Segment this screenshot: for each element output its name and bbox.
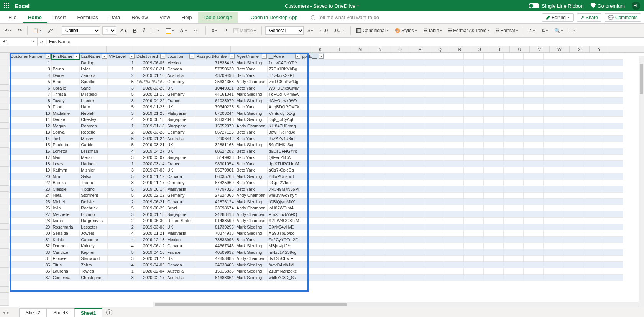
cell[interactable] xyxy=(504,243,524,249)
cell[interactable] xyxy=(583,98,603,104)
cell[interactable] xyxy=(384,60,404,66)
cell[interactable]: A_qBDQROXFk xyxy=(267,104,301,110)
cell[interactable] xyxy=(424,85,444,92)
cell[interactable]: Mark Siedling xyxy=(235,199,267,205)
cell[interactable] xyxy=(524,173,544,180)
col-header-F[interactable] xyxy=(163,46,192,52)
cell[interactable] xyxy=(444,110,464,117)
cell[interactable] xyxy=(424,129,444,136)
cell[interactable] xyxy=(384,275,404,281)
cell[interactable]: Canada xyxy=(166,262,195,268)
filter-icon[interactable] xyxy=(160,54,165,59)
cell[interactable] xyxy=(424,180,444,186)
col-header-N[interactable]: N xyxy=(370,46,390,52)
cell[interactable] xyxy=(564,154,583,161)
cell[interactable]: W3_UUtkaGMM xyxy=(267,85,301,92)
cell[interactable] xyxy=(524,123,544,129)
cell[interactable] xyxy=(524,211,544,218)
cell[interactable] xyxy=(464,91,484,98)
cell[interactable] xyxy=(344,255,364,262)
cell[interactable] xyxy=(301,186,324,193)
cell[interactable] xyxy=(583,53,603,60)
cell[interactable] xyxy=(564,60,583,66)
cell[interactable] xyxy=(484,205,504,211)
cell[interactable] xyxy=(364,98,384,104)
cell[interactable] xyxy=(583,66,603,72)
cell[interactable]: Lozano xyxy=(80,211,108,218)
cell[interactable] xyxy=(484,262,504,268)
cell[interactable] xyxy=(484,154,504,161)
cell[interactable]: Zahm xyxy=(80,262,108,268)
autosum-button[interactable]: Σ xyxy=(527,27,537,34)
cell[interactable] xyxy=(603,237,623,243)
cell[interactable] xyxy=(424,205,444,211)
cell[interactable] xyxy=(583,110,603,117)
cell[interactable] xyxy=(544,237,564,243)
cell[interactable] xyxy=(544,85,564,92)
cell[interactable]: 15916835 xyxy=(195,268,235,275)
cell[interactable] xyxy=(564,136,583,142)
increase-decimal-button[interactable]: ←.0 xyxy=(317,27,330,34)
cell[interactable] xyxy=(324,249,344,256)
user-avatar[interactable]: HL xyxy=(632,2,640,10)
cell[interactable]: Hadnott xyxy=(80,161,108,167)
filter-icon[interactable] xyxy=(230,54,235,59)
cell[interactable] xyxy=(404,205,424,211)
cell[interactable] xyxy=(384,262,404,268)
cell[interactable] xyxy=(603,161,623,167)
cell[interactable] xyxy=(464,255,484,262)
cell[interactable] xyxy=(583,161,603,167)
cell[interactable]: 71833413 xyxy=(195,60,235,66)
cell[interactable]: faevl94MbJM xyxy=(267,262,301,268)
cell[interactable] xyxy=(344,186,364,193)
cell[interactable]: Mckay xyxy=(80,136,108,142)
cell[interactable]: United States xyxy=(166,217,195,224)
cell[interactable] xyxy=(301,205,324,211)
conditional-button[interactable]: 🔲 Conditional xyxy=(354,27,391,34)
cell[interactable] xyxy=(384,116,404,123)
cell[interactable] xyxy=(424,116,444,123)
tab-formulas[interactable]: Formulas xyxy=(72,12,104,23)
cell[interactable] xyxy=(364,249,384,256)
cell[interactable] xyxy=(344,192,364,199)
cell[interactable] xyxy=(564,186,583,193)
cell[interactable] xyxy=(504,192,524,199)
cell[interactable] xyxy=(424,91,444,98)
cell[interactable] xyxy=(404,85,424,92)
cell[interactable] xyxy=(524,243,544,249)
cell[interactable]: Roebuck xyxy=(80,205,108,211)
cell[interactable] xyxy=(364,224,384,230)
cell[interactable]: 1 xyxy=(9,60,51,66)
cell[interactable] xyxy=(404,104,424,110)
cell[interactable] xyxy=(484,85,504,92)
cell[interactable] xyxy=(404,224,424,230)
row-header-7[interactable] xyxy=(0,91,9,97)
cell[interactable] xyxy=(484,199,504,205)
col-header-P[interactable]: P xyxy=(410,46,430,52)
cell[interactable] xyxy=(384,230,404,237)
cell[interactable]: Beto Yark xyxy=(235,85,267,92)
cell[interactable] xyxy=(544,211,564,218)
cell[interactable]: 79640225 xyxy=(195,104,235,110)
cell[interactable] xyxy=(424,98,444,104)
cell[interactable]: UK xyxy=(166,142,195,148)
cell[interactable] xyxy=(484,116,504,123)
cell[interactable]: Lyles xyxy=(80,66,108,72)
cell[interactable]: 3 xyxy=(107,255,135,262)
document-title[interactable]: Customers - Saved to OneDrive xyxy=(157,3,487,9)
filter-icon[interactable] xyxy=(130,54,135,59)
cell[interactable]: Australia xyxy=(166,72,195,79)
cell[interactable] xyxy=(444,161,464,167)
cell[interactable]: 23698674 xyxy=(195,205,235,211)
row-header-29[interactable] xyxy=(0,230,9,236)
cell[interactable] xyxy=(524,199,544,205)
cell[interactable] xyxy=(603,104,623,110)
cell[interactable]: Mark Siedling xyxy=(235,98,267,104)
cell[interactable]: Singapore xyxy=(166,116,195,123)
cell[interactable] xyxy=(504,275,524,281)
cell[interactable] xyxy=(324,211,344,218)
tab-review[interactable]: Review xyxy=(126,12,153,23)
col-header-L[interactable]: L xyxy=(330,46,350,52)
cell[interactable] xyxy=(583,85,603,92)
cell[interactable]: 3 xyxy=(107,167,135,173)
